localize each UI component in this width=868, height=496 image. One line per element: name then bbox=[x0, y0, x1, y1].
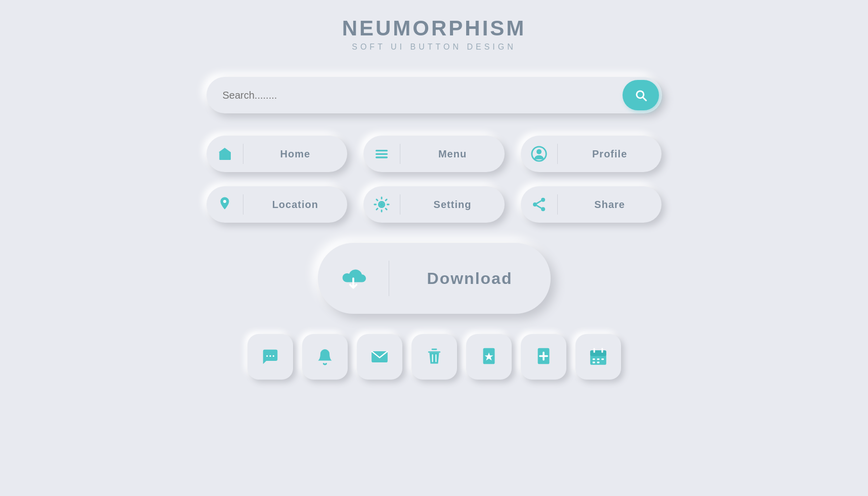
menu-label: Menu bbox=[400, 148, 505, 160]
share-icon bbox=[531, 196, 547, 213]
svg-rect-33 bbox=[597, 358, 599, 360]
share-icon-area bbox=[521, 186, 557, 223]
svg-rect-0 bbox=[223, 154, 227, 160]
location-icon bbox=[217, 196, 232, 213]
button-grid: Home Menu Profile bbox=[206, 136, 662, 223]
trash-button[interactable] bbox=[411, 334, 457, 380]
svg-point-5 bbox=[536, 149, 542, 154]
trash-icon bbox=[426, 347, 443, 366]
profile-icon bbox=[530, 145, 548, 162]
profile-icon-area bbox=[521, 136, 557, 172]
svg-rect-3 bbox=[376, 156, 388, 158]
page-subtitle: SOFT UI BUTTON DESIGN bbox=[342, 43, 526, 52]
mail-button[interactable] bbox=[357, 334, 402, 380]
search-input[interactable] bbox=[223, 90, 623, 101]
bell-icon bbox=[316, 348, 334, 366]
home-icon bbox=[217, 146, 233, 162]
svg-point-6 bbox=[223, 200, 226, 203]
location-icon-area bbox=[206, 186, 243, 223]
setting-icon-area bbox=[363, 186, 400, 223]
search-button[interactable] bbox=[623, 80, 659, 110]
menu-icon-area bbox=[363, 136, 400, 172]
location-label: Location bbox=[243, 199, 348, 211]
page-header: NEUMORPHISM SOFT UI BUTTON DESIGN bbox=[342, 16, 526, 52]
setting-label: Setting bbox=[400, 199, 505, 211]
download-label: Download bbox=[389, 269, 551, 288]
icon-row bbox=[247, 334, 621, 380]
bookmark-add-button[interactable] bbox=[521, 334, 566, 380]
svg-rect-20 bbox=[431, 349, 437, 350]
profile-button[interactable]: Profile bbox=[521, 136, 662, 172]
svg-rect-34 bbox=[601, 358, 604, 360]
svg-point-17 bbox=[272, 355, 274, 357]
home-icon-area bbox=[206, 136, 243, 172]
chat-button[interactable] bbox=[247, 334, 293, 380]
svg-point-12 bbox=[541, 207, 545, 211]
search-icon bbox=[634, 88, 648, 102]
download-cloud-icon bbox=[338, 263, 368, 294]
setting-button[interactable]: Setting bbox=[363, 186, 505, 223]
setting-icon bbox=[373, 196, 390, 213]
download-button[interactable]: Download bbox=[318, 243, 551, 314]
svg-line-14 bbox=[536, 201, 541, 203]
bookmark-add-icon bbox=[534, 347, 553, 367]
share-label: Share bbox=[558, 199, 662, 211]
bookmark-icon bbox=[480, 347, 498, 367]
mail-icon bbox=[370, 347, 389, 366]
svg-rect-35 bbox=[592, 362, 595, 363]
location-button[interactable]: Location bbox=[206, 186, 348, 223]
download-icon-area bbox=[318, 243, 389, 314]
profile-label: Profile bbox=[558, 148, 662, 160]
page-title: NEUMORPHISM bbox=[342, 16, 526, 40]
share-button[interactable]: Share bbox=[521, 186, 662, 223]
svg-rect-1 bbox=[376, 150, 388, 151]
bookmark-button[interactable] bbox=[466, 334, 512, 380]
svg-line-13 bbox=[536, 205, 541, 208]
svg-rect-32 bbox=[592, 358, 595, 360]
home-button[interactable]: Home bbox=[206, 136, 348, 172]
calendar-button[interactable] bbox=[575, 334, 621, 380]
home-label: Home bbox=[243, 148, 348, 160]
svg-rect-29 bbox=[590, 350, 606, 356]
svg-rect-19 bbox=[428, 351, 440, 353]
bell-button[interactable] bbox=[302, 334, 348, 380]
svg-rect-2 bbox=[376, 153, 388, 155]
chat-icon bbox=[261, 347, 280, 366]
calendar-icon bbox=[589, 347, 608, 366]
search-bar bbox=[206, 77, 662, 113]
svg-point-11 bbox=[533, 202, 537, 206]
svg-point-9 bbox=[380, 203, 383, 206]
svg-point-10 bbox=[541, 198, 545, 202]
menu-button[interactable]: Menu bbox=[363, 136, 505, 172]
svg-rect-36 bbox=[597, 362, 599, 363]
svg-point-15 bbox=[266, 355, 268, 357]
svg-point-16 bbox=[269, 355, 271, 357]
menu-icon bbox=[374, 146, 390, 162]
